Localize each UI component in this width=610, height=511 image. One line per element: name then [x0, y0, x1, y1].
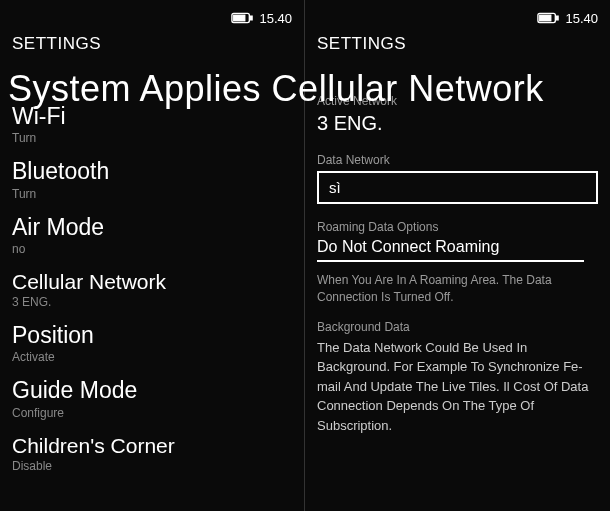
settings-header-right: SETTINGS	[317, 34, 598, 54]
item-title: Guide Mode	[12, 378, 292, 403]
settings-list: Wi-Fi Turn Bluetooth Turn Air Mode no Ce…	[12, 104, 292, 473]
data-network-label: Data Network	[317, 153, 598, 167]
settings-item-air-mode[interactable]: Air Mode no	[12, 215, 292, 256]
roaming-help-text: When You Are In A Roaming Area. The Data…	[317, 272, 598, 306]
item-subtitle: Disable	[12, 459, 292, 473]
battery-icon	[537, 12, 559, 24]
item-subtitle: Turn	[12, 131, 292, 145]
item-subtitle: Turn	[12, 187, 292, 201]
status-time: 15.40	[565, 11, 598, 26]
active-network-value: 3 ENG.	[317, 112, 598, 135]
status-time: 15.40	[259, 11, 292, 26]
roaming-option-select[interactable]: Do Not Connect Roaming	[317, 238, 584, 262]
item-subtitle: no	[12, 242, 292, 256]
right-panel: 15.40 SETTINGS Active Network 3 ENG. Dat…	[305, 0, 610, 511]
status-bar-right: 15.40	[317, 8, 598, 28]
item-subtitle: 3 ENG.	[12, 295, 292, 309]
data-network-select[interactable]: sì	[317, 171, 598, 204]
settings-item-guide-mode[interactable]: Guide Mode Configure	[12, 378, 292, 419]
settings-item-position[interactable]: Position Activate	[12, 323, 292, 364]
data-network-value: sì	[329, 179, 341, 196]
item-title: Wi-Fi	[12, 104, 292, 129]
detail-section: Active Network 3 ENG. Data Network sì Ro…	[317, 94, 598, 435]
roaming-options-label: Roaming Data Options	[317, 220, 598, 234]
settings-item-bluetooth[interactable]: Bluetooth Turn	[12, 159, 292, 200]
item-title: Children's Corner	[12, 434, 292, 457]
settings-item-childrens-corner[interactable]: Children's Corner Disable	[12, 434, 292, 473]
item-subtitle: Configure	[12, 406, 292, 420]
roaming-option-value: Do Not Connect Roaming	[317, 238, 499, 255]
settings-item-cellular[interactable]: Cellular Network 3 ENG.	[12, 270, 292, 309]
item-title: Bluetooth	[12, 159, 292, 184]
settings-item-wifi[interactable]: Wi-Fi Turn	[12, 104, 292, 145]
battery-icon	[231, 12, 253, 24]
svg-rect-4	[557, 16, 559, 20]
background-data-description: The Data Network Could Be Used In Backgr…	[317, 338, 598, 436]
left-panel: 15.40 SETTINGS Wi-Fi Turn Bluetooth Turn…	[0, 0, 305, 511]
status-bar-left: 15.40	[12, 8, 292, 28]
settings-header-left: SETTINGS	[12, 34, 292, 54]
item-title: Cellular Network	[12, 270, 292, 293]
item-subtitle: Activate	[12, 350, 292, 364]
svg-rect-5	[540, 15, 551, 21]
background-data-label: Background Data	[317, 320, 598, 334]
active-network-label: Active Network	[317, 94, 598, 108]
svg-rect-1	[251, 16, 253, 20]
item-title: Position	[12, 323, 292, 348]
item-title: Air Mode	[12, 215, 292, 240]
svg-rect-2	[234, 15, 245, 21]
